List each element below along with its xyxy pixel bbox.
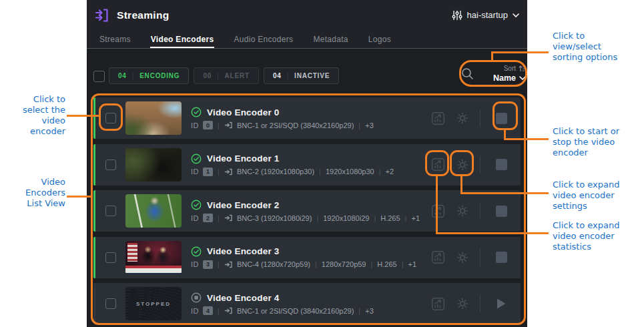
annotation-line-sort <box>491 51 493 61</box>
annotation-line-settings <box>460 192 549 194</box>
annotation-line-listview <box>67 196 91 198</box>
account-menu[interactable]: hai-startup <box>452 10 519 21</box>
filter-label: ENCODING <box>139 72 180 79</box>
annotation-select-encoder: Click to select the video encoder <box>5 94 65 137</box>
streaming-logo-icon <box>93 7 111 24</box>
annotation-ring-statistics <box>425 150 449 176</box>
chevron-down-icon <box>513 13 519 17</box>
annotation-line-sort <box>491 51 549 53</box>
filter-inactive-button[interactable]: 04 | INACTIVE <box>264 67 339 84</box>
filter-label: INACTIVE <box>294 72 330 79</box>
filter-separator: | <box>287 72 289 79</box>
select-all-checkbox[interactable] <box>93 71 105 82</box>
annotation-line-settings <box>460 176 462 194</box>
tab-audio-encoders[interactable]: Audio Encoders <box>233 30 294 48</box>
annotation-ring-checkbox <box>99 103 123 131</box>
status-filters: 04 | ENCODING 00 | ALERT 04 | INACTIVE <box>109 67 339 84</box>
annotation-list-view: Video Encoders List View <box>5 177 65 209</box>
annotation-ring-settings <box>450 150 474 176</box>
annotation-sorting-options: Click to view/select sorting options <box>553 31 639 63</box>
annotation-line-select <box>67 115 99 117</box>
filter-separator: | <box>132 72 134 79</box>
filter-label: ALERT <box>225 72 250 79</box>
annotation-ring-stop-button <box>493 101 518 130</box>
annotation-ring-list <box>91 93 526 325</box>
tab-logos[interactable]: Logos <box>368 30 392 48</box>
sliders-icon <box>452 10 462 21</box>
tab-metadata[interactable]: Metadata <box>312 30 348 48</box>
filter-separator: | <box>217 72 219 79</box>
tab-streams[interactable]: Streams <box>99 30 131 48</box>
annotation-ring-sort <box>459 60 527 87</box>
app-header: Streaming hai-startup <box>87 0 527 30</box>
annotation-settings: Click to expand video encoder settings <box>553 180 643 212</box>
tab-video-encoders[interactable]: Video Encoders <box>150 30 215 48</box>
filter-encoding-button[interactable]: 04 | ENCODING <box>109 67 189 84</box>
annotation-line-statistics <box>436 176 438 234</box>
page-title: Streaming <box>117 9 170 21</box>
annotation-statistics: Click to expand video encoder statistics <box>553 220 643 252</box>
tab-bar: Streams Video Encoders Audio Encoders Me… <box>87 30 527 49</box>
filter-count: 00 <box>203 72 212 79</box>
annotation-line-stop <box>504 138 549 140</box>
filter-alert-button[interactable]: 00 | ALERT <box>194 67 258 84</box>
filter-count: 04 <box>273 72 282 79</box>
annotation-start-stop: Click to start or stop the video encoder <box>553 126 643 158</box>
account-name: hai-startup <box>467 10 508 20</box>
filter-count: 04 <box>118 72 127 79</box>
annotation-line-statistics <box>436 232 549 234</box>
